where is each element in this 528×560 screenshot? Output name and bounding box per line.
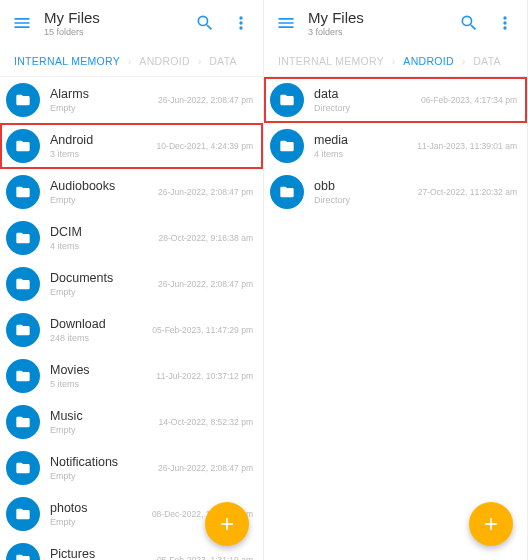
list-item[interactable]: AudiobooksEmpty26-Jun-2022, 2:08:47 pm: [0, 169, 263, 215]
folder-icon: [270, 175, 304, 209]
menu-button[interactable]: [268, 5, 304, 41]
folder-sub: Empty: [50, 425, 158, 435]
folder-date: 10-Dec-2021, 4:24:39 pm: [157, 141, 253, 151]
folder-sub: Empty: [50, 517, 152, 527]
folder-icon: [6, 83, 40, 117]
appbar: My Files 15 folders: [0, 0, 263, 46]
pane-right: My Files 3 folders INTERNAL MEMORY › AND…: [264, 0, 528, 560]
crumb-internal[interactable]: INTERNAL MEMORY: [8, 55, 126, 67]
folder-name: Android: [50, 133, 157, 147]
crumb-android[interactable]: ANDROID: [397, 55, 460, 67]
folder-sub: Empty: [50, 195, 158, 205]
app-title: My Files: [308, 9, 451, 26]
list-item[interactable]: MusicEmpty14-Oct-2022, 8:52:32 pm: [0, 399, 263, 445]
row-text: Pictures14 items: [50, 547, 157, 560]
fab-add[interactable]: +: [205, 502, 249, 546]
crumb-android[interactable]: ANDROID: [133, 55, 196, 67]
folder-sub: 3 items: [50, 149, 157, 159]
row-text: DCIM4 items: [50, 225, 158, 251]
app-subtitle: 15 folders: [44, 27, 187, 37]
folder-sub: 4 items: [50, 241, 158, 251]
list-item[interactable]: Android3 items10-Dec-2021, 4:24:39 pm: [0, 123, 263, 169]
row-text: obbDirectory: [314, 179, 418, 205]
folder-name: data: [314, 87, 421, 101]
title-wrap: My Files 3 folders: [304, 9, 451, 37]
folder-icon: [6, 267, 40, 301]
appbar-actions: [187, 5, 259, 41]
chevron-right-icon: ›: [196, 56, 203, 67]
folder-icon: [6, 175, 40, 209]
row-text: DocumentsEmpty: [50, 271, 158, 297]
folder-date: 05-Feb-2023, 1:31:19 am: [157, 555, 253, 560]
folder-name: Pictures: [50, 547, 157, 560]
folder-name: Download: [50, 317, 152, 331]
chevron-right-icon: ›: [390, 56, 397, 67]
list-item[interactable]: DCIM4 items28-Oct-2022, 9:16:38 am: [0, 215, 263, 261]
pane-left: My Files 15 folders INTERNAL MEMORY › AN…: [0, 0, 264, 560]
crumb-internal[interactable]: INTERNAL MEMORY: [272, 55, 390, 67]
folder-list: dataDirectory06-Feb-2023, 4:17:34 pmmedi…: [264, 77, 527, 215]
folder-sub: Empty: [50, 287, 158, 297]
folder-icon: [6, 313, 40, 347]
crumb-data[interactable]: DATA: [467, 55, 507, 67]
search-button[interactable]: [187, 5, 223, 41]
list-item[interactable]: NotificationsEmpty26-Jun-2022, 2:08:47 p…: [0, 445, 263, 491]
folder-date: 05-Feb-2023, 11:47:29 pm: [152, 325, 253, 335]
more-button[interactable]: [487, 5, 523, 41]
folder-icon: [6, 451, 40, 485]
list-item[interactable]: obbDirectory27-Oct-2022, 11:20:32 am: [264, 169, 527, 215]
folder-date: 26-Jun-2022, 2:08:47 pm: [158, 279, 253, 289]
list-item[interactable]: media4 items11-Jan-2023, 11:39:01 am: [264, 123, 527, 169]
folder-icon: [6, 221, 40, 255]
folder-name: Audiobooks: [50, 179, 158, 193]
list-item[interactable]: Movies5 items11-Jul-2022, 10:37:12 pm: [0, 353, 263, 399]
breadcrumb: INTERNAL MEMORY › ANDROID › DATA: [264, 46, 527, 76]
more-button[interactable]: [223, 5, 259, 41]
folder-date: 06-Feb-2023, 4:17:34 pm: [421, 95, 517, 105]
row-text: NotificationsEmpty: [50, 455, 158, 481]
folder-date: 27-Oct-2022, 11:20:32 am: [418, 187, 517, 197]
row-text: Download248 items: [50, 317, 152, 343]
row-text: Movies5 items: [50, 363, 156, 389]
row-text: AudiobooksEmpty: [50, 179, 158, 205]
folder-date: 28-Oct-2022, 9:16:38 am: [158, 233, 253, 243]
row-text: AlarmsEmpty: [50, 87, 158, 113]
list-item[interactable]: dataDirectory06-Feb-2023, 4:17:34 pm: [264, 77, 527, 123]
list-item[interactable]: DocumentsEmpty26-Jun-2022, 2:08:47 pm: [0, 261, 263, 307]
appbar-actions: [451, 5, 523, 41]
folder-date: 26-Jun-2022, 2:08:47 pm: [158, 463, 253, 473]
app-title: My Files: [44, 9, 187, 26]
breadcrumb: INTERNAL MEMORY › ANDROID › DATA: [0, 46, 263, 76]
chevron-right-icon: ›: [460, 56, 467, 67]
folder-sub: Empty: [50, 103, 158, 113]
folder-name: photos: [50, 501, 152, 515]
folder-name: Documents: [50, 271, 158, 285]
app-subtitle: 3 folders: [308, 27, 451, 37]
folder-icon: [6, 405, 40, 439]
folder-name: media: [314, 133, 417, 147]
chevron-right-icon: ›: [126, 56, 133, 67]
search-button[interactable]: [451, 5, 487, 41]
fab-add[interactable]: +: [469, 502, 513, 546]
folder-icon: [6, 543, 40, 560]
folder-name: Alarms: [50, 87, 158, 101]
folder-name: Movies: [50, 363, 156, 377]
folder-list: AlarmsEmpty26-Jun-2022, 2:08:47 pmAndroi…: [0, 77, 263, 560]
folder-date: 26-Jun-2022, 2:08:47 pm: [158, 187, 253, 197]
list-item[interactable]: Download248 items05-Feb-2023, 11:47:29 p…: [0, 307, 263, 353]
folder-icon: [6, 359, 40, 393]
folder-icon: [270, 129, 304, 163]
list-item[interactable]: AlarmsEmpty26-Jun-2022, 2:08:47 pm: [0, 77, 263, 123]
row-text: Android3 items: [50, 133, 157, 159]
folder-date: 14-Oct-2022, 8:52:32 pm: [158, 417, 253, 427]
folder-icon: [270, 83, 304, 117]
folder-sub: 5 items: [50, 379, 156, 389]
menu-button[interactable]: [4, 5, 40, 41]
title-wrap: My Files 15 folders: [40, 9, 187, 37]
appbar: My Files 3 folders: [264, 0, 527, 46]
row-text: dataDirectory: [314, 87, 421, 113]
folder-sub: Empty: [50, 471, 158, 481]
folder-name: obb: [314, 179, 418, 193]
folder-date: 11-Jan-2023, 11:39:01 am: [417, 141, 517, 151]
crumb-data[interactable]: DATA: [203, 55, 243, 67]
